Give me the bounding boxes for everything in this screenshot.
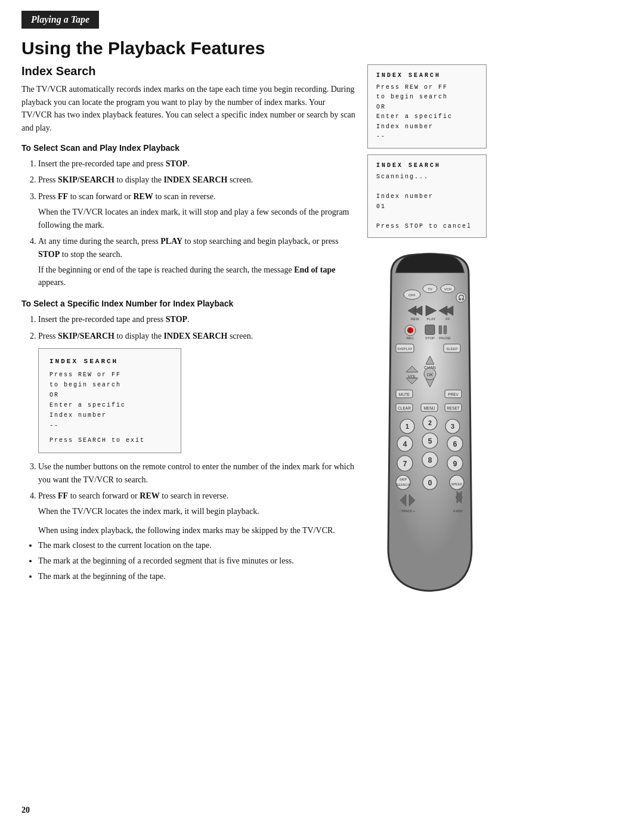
svg-text:5: 5 <box>428 437 432 445</box>
screen2-top-line6: -- <box>376 132 478 142</box>
svg-rect-21 <box>439 326 442 334</box>
page-number: 20 <box>21 806 30 815</box>
svg-text:4: 4 <box>403 440 407 448</box>
svg-text:FF: FF <box>445 317 450 321</box>
svg-text:🎧: 🎧 <box>458 294 465 301</box>
screen2-top-line3: OR <box>376 103 478 113</box>
svg-text:PAUSE: PAUSE <box>439 336 451 340</box>
svg-text:SLEEP: SLEEP <box>446 347 457 351</box>
svg-text:SEARCH: SEARCH <box>397 483 410 487</box>
svg-text:RESET: RESET <box>447 406 460 410</box>
svg-text:OK: OK <box>427 373 433 377</box>
screen2-top-title: INDEX SEARCH <box>376 71 478 81</box>
svg-text:3: 3 <box>451 423 454 430</box>
step-2-4-note1: When the TV/VCR locates the index mark, … <box>38 505 355 518</box>
svg-text:SKIP: SKIP <box>400 478 407 481</box>
subsection1-steps: Insert the pre-recorded tape and press S… <box>38 157 355 289</box>
svg-text:SPEED: SPEED <box>451 482 463 486</box>
screen2-bot-line2 <box>376 182 478 193</box>
left-column: Index Search The TV/VCR automatically re… <box>21 64 355 596</box>
svg-text:PLAY: PLAY <box>427 317 436 321</box>
svg-text:2: 2 <box>428 419 432 426</box>
step-1-1: Insert the pre-recorded tape and press S… <box>38 157 355 171</box>
step-2-2: Press SKIP/SEARCH to display the INDEX S… <box>38 330 355 343</box>
svg-text:DISPLAY: DISPLAY <box>398 347 413 351</box>
screen1-line7: Press SEARCH to exit <box>49 435 170 445</box>
screen2-top-line4: Enter a specific <box>376 112 478 122</box>
svg-text:STOP: STOP <box>425 336 435 340</box>
subsection2-bullets: The mark closest to the current location… <box>38 539 355 583</box>
screen-box-right-bottom: INDEX SEARCH Scanning... Index number 01… <box>367 154 487 239</box>
svg-point-17 <box>407 327 413 333</box>
step-1-2: Press SKIP/SEARCH to display the INDEX S… <box>38 174 355 187</box>
header-bar: Playing a Tape <box>21 11 99 29</box>
step-1-4: At any time during the search, press PLA… <box>38 235 355 289</box>
screen2-bot-line3: Index number <box>376 192 478 202</box>
step-1-3: Press FF to scan forward or REW to scan … <box>38 190 355 231</box>
svg-text:OFF: OFF <box>408 293 416 297</box>
svg-text:8: 8 <box>428 456 432 465</box>
right-column: INDEX SEARCH Press REW or FF to begin se… <box>355 64 623 596</box>
screen2-top-line5: Index number <box>376 122 478 132</box>
screen2-top-line2: to begin search <box>376 92 478 103</box>
svg-text:1: 1 <box>405 423 409 430</box>
screen2-bot-title: INDEX SEARCH <box>376 161 478 171</box>
step-2-4: Press FF to search forward or REW to sea… <box>38 490 355 518</box>
svg-text:MENU: MENU <box>423 406 435 410</box>
step-1-4-note: If the beginning or end of the tape is r… <box>38 264 355 289</box>
screen1-line6: -- <box>49 420 170 431</box>
bullet-3: The mark at the beginning of the tape. <box>38 570 355 583</box>
svg-text:7: 7 <box>403 460 407 468</box>
bullet-2: The mark at the beginning of a recorded … <box>38 555 355 568</box>
screen2-bot-line4: 01 <box>376 202 478 212</box>
subsection2-note: When using index playback, the following… <box>38 524 355 537</box>
svg-rect-22 <box>444 326 447 334</box>
screen1-line2: to begin search <box>49 380 170 390</box>
intro-paragraph: The TV/VCR automatically records index m… <box>21 83 355 135</box>
svg-text:9: 9 <box>453 460 457 468</box>
subsection2-title: To Select a Specific Index Number for In… <box>21 299 355 308</box>
screen1-line5: Index number <box>49 410 170 420</box>
screen-box-1: INDEX SEARCH Press REW or FF to begin se… <box>38 348 181 453</box>
svg-rect-19 <box>425 325 435 335</box>
svg-text:6: 6 <box>453 440 457 448</box>
svg-text:MUTE: MUTE <box>399 392 410 397</box>
screen2-bot-line6: Press STOP to cancel <box>376 222 478 232</box>
subsection2-steps-cont: Use the number buttons on the remote con… <box>38 460 355 518</box>
screen2-bot-line1: Scanning... <box>376 172 478 182</box>
section-title-index-search: Index Search <box>21 64 355 78</box>
remote-control-image: OFF TV VCR 🎧 REW <box>367 250 493 596</box>
svg-text:F.ADV: F.ADV <box>453 509 463 513</box>
step-1-3-detail: When the TV/VCR locates an index mark, i… <box>38 206 355 231</box>
remote-svg: OFF TV VCR 🎧 REW <box>367 250 493 596</box>
screen-box-right-top: INDEX SEARCH Press REW or FF to begin se… <box>367 64 487 148</box>
step-2-1: Insert the pre-recorded tape and press S… <box>38 313 355 326</box>
screen1-title: INDEX SEARCH <box>49 356 170 367</box>
svg-text:- TRACK +: - TRACK + <box>400 509 416 513</box>
svg-text:TV: TV <box>428 287 432 291</box>
subsection2-steps: Insert the pre-recorded tape and press S… <box>38 313 355 342</box>
screen2-bot-line5 <box>376 212 478 222</box>
svg-text:PREV: PREV <box>448 392 459 397</box>
svg-text:CLEAR: CLEAR <box>398 406 411 410</box>
subsection1-title: To Select Scan and Play Index Playback <box>21 143 355 153</box>
svg-text:REC: REC <box>407 336 414 340</box>
screen1-line4: Enter a specific <box>49 400 170 410</box>
svg-text:REW: REW <box>411 317 419 321</box>
page-title: Using the Playback Features <box>21 38 623 58</box>
svg-text:VCR: VCR <box>444 287 452 291</box>
svg-text:0: 0 <box>428 479 432 487</box>
screen1-line3: OR <box>49 390 170 400</box>
bullet-1: The mark closest to the current location… <box>38 539 355 552</box>
screen1-line1: Press REW or FF <box>49 370 170 380</box>
step-2-3: Use the number buttons on the remote con… <box>38 460 355 486</box>
screen2-top-line1: Press REW or FF <box>376 83 478 93</box>
